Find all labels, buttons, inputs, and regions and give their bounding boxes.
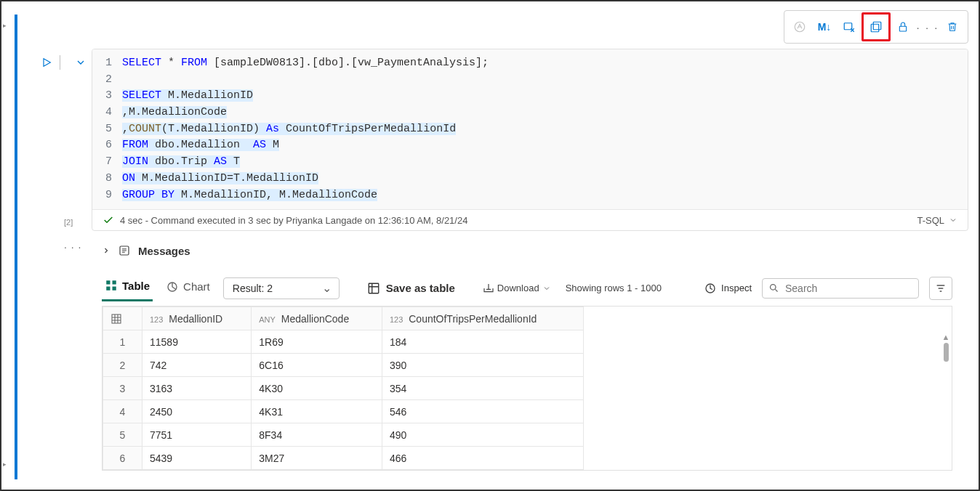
status-bar: 4 sec - Command executed in 3 sec by Pri… — [92, 209, 968, 230]
column-header[interactable]: 123 CountOfTripsPerMedallionId — [382, 307, 583, 330]
merge-cells-icon[interactable] — [864, 15, 888, 39]
svg-rect-9 — [113, 287, 116, 291]
download-button[interactable]: Download — [483, 283, 551, 294]
messages-expand-icon[interactable] — [102, 246, 111, 255]
table-row[interactable]: 577518F34490 — [103, 423, 584, 447]
search-input[interactable] — [762, 278, 919, 299]
svg-rect-8 — [106, 287, 110, 291]
download-icon — [483, 283, 494, 294]
svg-point-13 — [771, 285, 776, 291]
messages-icon — [118, 244, 131, 257]
lock-icon[interactable] — [891, 15, 915, 39]
table-row[interactable]: 331634K30354 — [103, 377, 584, 400]
tab-table[interactable]: Table — [102, 275, 153, 301]
inspect-button[interactable]: Inspect — [704, 282, 752, 295]
inspect-icon — [704, 282, 717, 295]
search-icon — [768, 283, 779, 293]
merge-cells-highlight — [861, 12, 891, 41]
svg-rect-11 — [369, 283, 379, 293]
status-text: 4 sec - Command executed in 3 sec by Pri… — [120, 215, 467, 226]
code-lines[interactable]: SELECT * FROM [sampleDW0813].[dbo].[vw_P… — [122, 55, 968, 203]
svg-rect-14 — [112, 315, 121, 323]
table-row[interactable]: 654393M27466 — [103, 447, 584, 470]
results-table[interactable]: 123 MedallionIDANY MedallionCode123 Coun… — [103, 307, 584, 470]
ai-icon[interactable] — [787, 15, 812, 39]
run-options-chevron-icon[interactable] — [75, 57, 87, 68]
messages-label[interactable]: Messages — [138, 245, 190, 257]
delete-icon[interactable] — [940, 15, 965, 39]
svg-rect-2 — [873, 22, 881, 30]
svg-rect-6 — [106, 280, 110, 284]
table-row[interactable]: 424504K31546 — [103, 400, 584, 423]
table-row[interactable]: 27426C16390 — [103, 354, 584, 377]
rows-showing-text: Showing rows 1 - 1000 — [566, 283, 662, 293]
filter-button[interactable] — [929, 277, 952, 300]
svg-rect-7 — [113, 280, 116, 284]
chart-view-icon — [166, 280, 179, 293]
line-numbers: 123456789 — [92, 55, 122, 203]
column-header[interactable]: ANY MedallionCode — [252, 307, 382, 330]
table-row[interactable]: 1115891R69184 — [103, 330, 584, 354]
success-check-icon — [103, 214, 114, 226]
svg-rect-3 — [871, 24, 879, 32]
search-field[interactable] — [785, 283, 912, 294]
save-table-icon — [367, 282, 380, 295]
column-header[interactable]: 123 MedallionID — [142, 307, 252, 330]
save-as-table-button[interactable]: Save as table — [367, 282, 455, 295]
scrollbar[interactable]: ▲ — [941, 333, 950, 363]
scroll-thumb[interactable] — [944, 343, 949, 362]
table-view-icon — [105, 279, 118, 292]
messages-section: Messages — [102, 244, 970, 257]
markdown-button[interactable]: M↓ — [812, 15, 837, 39]
sql-editor: 123456789 SELECT * FROM [sampleDW0813].[… — [92, 49, 968, 231]
clear-output-icon[interactable] — [837, 15, 861, 39]
run-cell-button[interactable] — [41, 56, 52, 69]
cell-toolbar: M↓ · · · — [784, 10, 968, 44]
code-area[interactable]: 123456789 SELECT * FROM [sampleDW0813].[… — [92, 49, 968, 209]
run-gutter — [41, 55, 87, 70]
collapse-output-icon[interactable]: · · · — [64, 241, 81, 253]
svg-rect-4 — [899, 26, 906, 31]
more-options-icon[interactable]: · · · — [915, 15, 940, 39]
row-header-icon[interactable] — [103, 307, 142, 330]
scroll-up-icon[interactable]: ▲ — [941, 333, 950, 341]
results-toolbar: Table Chart Result: 2 Save as table — [102, 275, 952, 301]
left-rail: ▸ ▸ — [1, 1, 10, 490]
result-selector[interactable]: Result: 2 — [223, 277, 340, 299]
results-table-container: 123 MedallionIDANY MedallionCode123 Coun… — [102, 306, 952, 471]
tab-chart[interactable]: Chart — [163, 276, 213, 301]
language-selector[interactable]: T-SQL — [917, 215, 957, 226]
cell-execution-count: [2] — [64, 218, 73, 227]
